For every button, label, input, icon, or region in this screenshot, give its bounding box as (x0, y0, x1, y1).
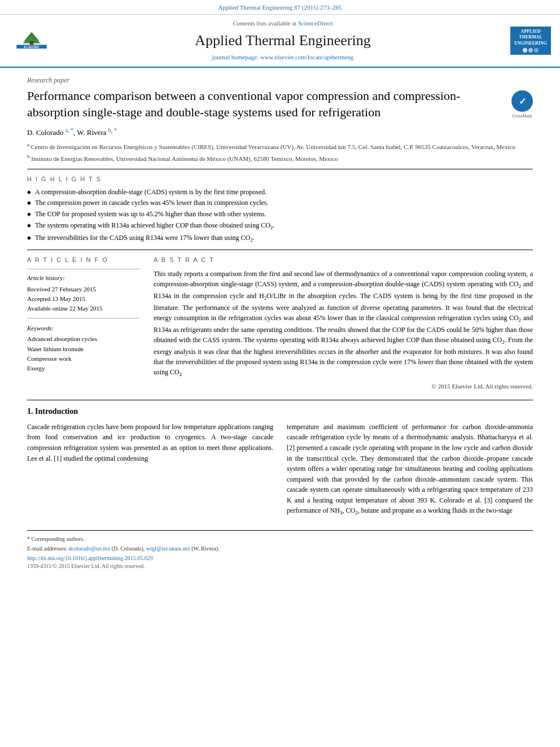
author-a-sup: a, * (65, 127, 73, 133)
crossmark-logo[interactable]: ✓ CrossMark (511, 90, 533, 119)
keywords-label: Keywords: (27, 324, 140, 333)
elsevier-logo-area: ELSEVIER (9, 30, 60, 51)
journal-ref-text: Applied Thermal Engineering 87 (2015) 27… (218, 4, 342, 11)
email-line: E-mail addresses: dcolorado@uv.mx (D. Co… (27, 545, 533, 553)
copyright-line: © 2015 Elsevier Ltd. All rights reserved… (154, 382, 533, 391)
crossmark-circle: ✓ (511, 90, 533, 112)
keyword-3: Compressor work (27, 355, 140, 363)
main-content: Research paper Performance comparison be… (0, 68, 560, 578)
author-b-sup: b, * (108, 127, 117, 133)
intro-col-right: temperature and maximum coefficient of p… (287, 422, 533, 521)
svg-rect-4 (30, 41, 34, 45)
paper-title-row: Performance comparison between a convent… (27, 88, 533, 126)
page-wrapper: Applied Thermal Engineering 87 (2015) 27… (0, 0, 560, 747)
sciencedirect-link[interactable]: ScienceDirect (298, 20, 333, 27)
journal-title: Applied Thermal Engineering (65, 30, 500, 51)
author-colorado: D. Colorado (27, 128, 63, 137)
article-info-label: A R T I C L E I N F O (27, 256, 140, 264)
email2-link[interactable]: wrgf@ier.unam.mx (146, 545, 190, 552)
email2-name: (W. Rivera). (191, 545, 219, 552)
abstract-col: A B S T R A C T This study reports a com… (154, 256, 533, 391)
intro-col-left: Cascade refrigeration cycles have been p… (27, 422, 273, 521)
keyword-2: Water lithium bromide (27, 345, 140, 353)
keyword-1: Advanced absorption cycles (27, 335, 140, 343)
intro-title: 1. Introduction (27, 406, 533, 417)
highlights-section: H I G H L I G H T S A compression-absorp… (27, 175, 533, 244)
sciencedirect-line: Contents lists available at ScienceDirec… (65, 19, 500, 28)
corresponding-authors-note: * Corresponding authors. (27, 535, 533, 543)
journal-header: ELSEVIER Contents lists available at Sci… (0, 15, 560, 67)
journal-homepage: journal homepage: www.elsevier.com/locat… (65, 53, 500, 62)
abstract-label: A B S T R A C T (154, 256, 533, 264)
doi-link[interactable]: http://dx.doi.org/10.1016/j.applthermale… (27, 554, 533, 562)
highlights-label: H I G H L I G H T S (27, 175, 533, 184)
highlight-item-2: The compression power in cascade cycles … (27, 198, 533, 208)
introduction-section: 1. Introduction Cascade refrigeration cy… (27, 400, 533, 521)
crossmark-svg: ✓ (514, 93, 530, 109)
divider-article-info (27, 269, 140, 269)
email1-name: (D. Colorado), (112, 545, 145, 552)
abstract-text: This study reports a comparison from the… (154, 269, 533, 378)
divider-after-highlights (27, 250, 533, 250)
divider-keywords (27, 318, 140, 318)
article-type-label: Research paper (27, 76, 533, 85)
footer-section: * Corresponding authors. E-mail addresse… (27, 530, 533, 570)
logo-line-1: APPLIED (513, 29, 549, 34)
authors-line: D. Colorado a, *, W. Rivera b, * (27, 126, 533, 138)
contents-text: Contents lists available at (233, 20, 296, 27)
logo-line-2: THERMAL (513, 34, 549, 40)
svg-text:ELSEVIER: ELSEVIER (24, 45, 40, 49)
paper-title: Performance comparison between a convent… (27, 88, 506, 120)
logo-line-3: ENGINEERING (513, 41, 549, 46)
email1-link[interactable]: dcolorado@uv.mx (68, 545, 110, 552)
article-info-col: A R T I C L E I N F O Article history: R… (27, 256, 140, 391)
history-label: Article history: (27, 274, 140, 282)
footer-issn: 1359-4311/© 2015 Elsevier Ltd. All right… (27, 562, 533, 570)
journal-ref-bar: Applied Thermal Engineering 87 (2015) 27… (0, 0, 560, 15)
homepage-prefix: journal homepage: (212, 54, 259, 60)
homepage-url[interactable]: www.elsevier.com/locate/apthermeng (260, 54, 353, 60)
journal-header-center: Contents lists available at ScienceDirec… (65, 19, 500, 62)
elsevier-logo-svg: ELSEVIER (9, 30, 54, 51)
author-rivera: W. Rivera (77, 128, 106, 137)
highlight-item-1: A compression-absorption double-stage (C… (27, 187, 533, 197)
available-date: Available online 22 May 2015 (27, 304, 140, 313)
highlight-item-5: The irreversibilities for the CADS using… (27, 233, 533, 244)
highlight-item-3: The COP for proposed system was up to 45… (27, 209, 533, 219)
divider-after-affiliations (27, 169, 533, 169)
affiliation-a: a Centro de Investigación en Recursos En… (27, 141, 533, 151)
journal-logo-area: APPLIED THERMAL ENGINEERING (506, 27, 551, 55)
keyword-4: Exergy (27, 364, 140, 373)
email-label: E-mail addresses: (27, 545, 67, 552)
accepted-date: Accepted 13 May 2015 (27, 295, 140, 303)
intro-body-left: Cascade refrigeration cycles have been p… (27, 422, 273, 464)
intro-two-col: Cascade refrigeration cycles have been p… (27, 422, 533, 521)
svg-text:✓: ✓ (519, 97, 526, 106)
journal-logo-box: APPLIED THERMAL ENGINEERING (510, 27, 551, 55)
received-date: Received 27 February 2015 (27, 285, 140, 294)
article-info-abstract-row: A R T I C L E I N F O Article history: R… (27, 256, 533, 391)
intro-body-right: temperature and maximum coefficient of p… (287, 422, 533, 518)
affiliation-b: b Instituto de Energías Renovables, Univ… (27, 153, 533, 163)
highlight-item-4: The systems operating with R134a achieve… (27, 221, 533, 231)
